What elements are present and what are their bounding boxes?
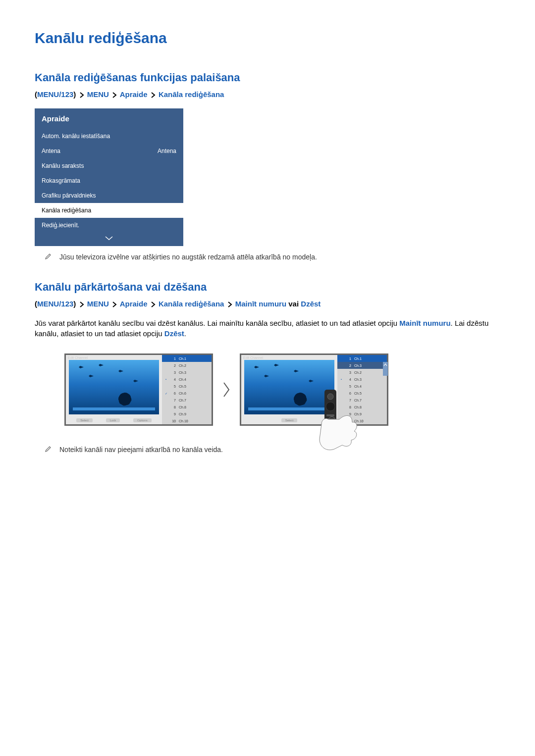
channel-row[interactable]: 2Ch.2	[162, 362, 212, 369]
channel-row[interactable]: 3Ch.2	[337, 369, 387, 376]
channel-row[interactable]: •4Ch.3	[337, 376, 387, 383]
channel-row[interactable]: 9Ch.9	[162, 410, 212, 417]
channel-row[interactable]: •4Ch.4	[162, 376, 212, 383]
menu-item-label: Rediģ.iecienīt.	[42, 222, 79, 229]
channel-number: 9	[345, 412, 351, 416]
page-title: Kanālu rediģēšana	[35, 30, 500, 47]
figure-before: Edit Channel All Select Lock Options 1Ch…	[64, 353, 213, 426]
chevron-right-icon	[112, 92, 117, 98]
channel-label: Ch.3	[354, 364, 362, 367]
menu-item-label: Grafiku pārvaldnieks	[42, 192, 96, 199]
figure-caption: Edit Channel	[68, 356, 88, 359]
channel-label: Ch.8	[354, 405, 362, 409]
channel-number: 2	[345, 364, 351, 367]
section2-heading: Kanālu pārkārtošana vai dzēšana	[35, 281, 500, 294]
menu-item[interactable]: Kanālu saraksts	[35, 158, 183, 173]
note-text: Noteikti kanāli nav pieejami atkarībā no…	[59, 446, 223, 454]
channel-row[interactable]: 7Ch.7	[162, 397, 212, 403]
channel-row[interactable]: 1Ch.1	[162, 355, 212, 362]
channel-row[interactable]: 8Ch.8	[337, 403, 387, 410]
channel-number: 1	[345, 357, 351, 360]
breadcrumb-part4: Kanāla rediģēšana	[159, 300, 224, 308]
preview-image	[244, 360, 334, 414]
figure-button-select[interactable]: Select	[76, 418, 93, 422]
chevron-right-icon	[151, 302, 156, 307]
channel-number: 6	[170, 392, 176, 395]
chevron-right-icon	[222, 381, 231, 399]
channel-row[interactable]: 5Ch.5	[162, 383, 212, 390]
channel-row[interactable]: 2Ch.3	[337, 362, 387, 369]
figure-after: Edit Channel All Select 1Ch.12Ch.33Ch.2•…	[240, 353, 388, 426]
channel-marker-icon: ✓	[165, 392, 167, 395]
menu-item[interactable]: Rokasgrāmata	[35, 173, 183, 188]
chevron-down-icon[interactable]	[35, 233, 183, 246]
channel-number: 6	[345, 392, 351, 395]
channel-number: 5	[170, 385, 176, 388]
menu-item-value: Antena	[158, 148, 176, 154]
breadcrumb-close: )	[73, 90, 76, 99]
channel-label: Ch.7	[354, 399, 362, 402]
channel-number: 7	[170, 399, 176, 402]
channel-row[interactable]: 10Ch.10	[337, 417, 387, 424]
breadcrumb-part1: MENU/123	[37, 300, 73, 308]
channel-list: 1Ch.12Ch.23Ch.3•4Ch.45Ch.5✓6Ch.67Ch.78Ch…	[162, 355, 212, 424]
channel-label: Ch.1	[179, 357, 186, 360]
breadcrumb-part2: MENU	[87, 300, 109, 308]
channel-number: 3	[170, 371, 176, 374]
note-2: Noteikti kanāli nav pieejami atkarībā no…	[45, 446, 500, 454]
menu-item-label: Autom. kanālu iestatīšana	[42, 133, 110, 140]
menu-item[interactable]: Grafiku pārvaldnieks	[35, 188, 183, 203]
channel-label: Ch.4	[354, 385, 362, 388]
menu-item[interactable]: Antena Antena	[35, 144, 183, 158]
menu-title: Apraide	[35, 108, 183, 129]
chevron-right-icon	[151, 92, 156, 98]
figure-button-select[interactable]: Select	[281, 418, 298, 422]
channel-number: 9	[170, 412, 176, 416]
breadcrumb-close: )	[73, 300, 76, 308]
breadcrumb-part2: MENU	[87, 90, 109, 99]
channel-label: Ch.5	[354, 392, 362, 395]
breadcrumb-part5: Mainīt numuru	[235, 300, 286, 308]
channel-number: 8	[345, 405, 351, 409]
channel-label: Ch.2	[179, 364, 186, 367]
channel-row[interactable]: 6Ch.5	[337, 390, 387, 397]
section1-heading: Kanāla rediģēšanas funkcijas palaišana	[35, 71, 500, 84]
note-1: Jūsu televizora izvēlne var atšķirties n…	[45, 253, 500, 261]
breadcrumb-part1: MENU/123	[37, 90, 73, 99]
channel-row[interactable]: 7Ch.7	[337, 397, 387, 403]
figure-button-lock[interactable]: Lock	[106, 418, 120, 422]
menu-item-selected[interactable]: Kanāla rediģēšana	[35, 203, 183, 218]
channel-number: 4	[170, 378, 176, 381]
breadcrumb-part3: Apraide	[120, 300, 148, 308]
channel-label: Ch.9	[354, 412, 362, 416]
channel-marker-icon: •	[165, 378, 167, 381]
channel-row[interactable]: 8Ch.8	[162, 403, 212, 410]
channel-number: 1	[170, 357, 176, 360]
channel-label: Ch.7	[179, 399, 186, 402]
channel-number: 8	[170, 405, 176, 409]
note-text: Jūsu televizora izvēlne var atšķirties n…	[59, 253, 317, 261]
menu-item[interactable]: Rediģ.iecienīt.	[35, 218, 183, 233]
channel-row[interactable]: 5Ch.4	[337, 383, 387, 390]
channel-row[interactable]: 9Ch.9	[337, 410, 387, 417]
channel-label: Ch.10	[354, 419, 364, 423]
body-link-dzest: Dzēst	[164, 329, 184, 338]
channel-label: Ch.5	[179, 385, 186, 388]
channel-row[interactable]: ✓6Ch.6	[162, 390, 212, 397]
channel-label: Ch.2	[354, 371, 362, 374]
breadcrumb-part3: Apraide	[120, 90, 148, 99]
figure-button-options[interactable]: Options	[133, 418, 152, 422]
channel-row[interactable]: 3Ch.3	[162, 369, 212, 376]
figures: Edit Channel All Select Lock Options 1Ch…	[64, 353, 500, 426]
broadcast-menu-panel: Apraide Autom. kanālu iestatīšana Antena…	[35, 108, 183, 246]
figure-caption: Edit Channel	[243, 356, 263, 359]
channel-label: Ch.9	[179, 412, 186, 416]
channel-row[interactable]: 1Ch.1	[337, 355, 387, 362]
preview-image	[69, 360, 159, 414]
chevron-right-icon	[79, 302, 84, 307]
menu-item[interactable]: Autom. kanālu iestatīšana	[35, 129, 183, 144]
channel-row[interactable]: 10Ch.10	[162, 417, 212, 424]
move-arrow-icon	[383, 362, 388, 376]
breadcrumb-2: (MENU/123) MENU Apraide Kanāla rediģēšan…	[35, 300, 500, 308]
channel-label: Ch.3	[179, 371, 186, 374]
